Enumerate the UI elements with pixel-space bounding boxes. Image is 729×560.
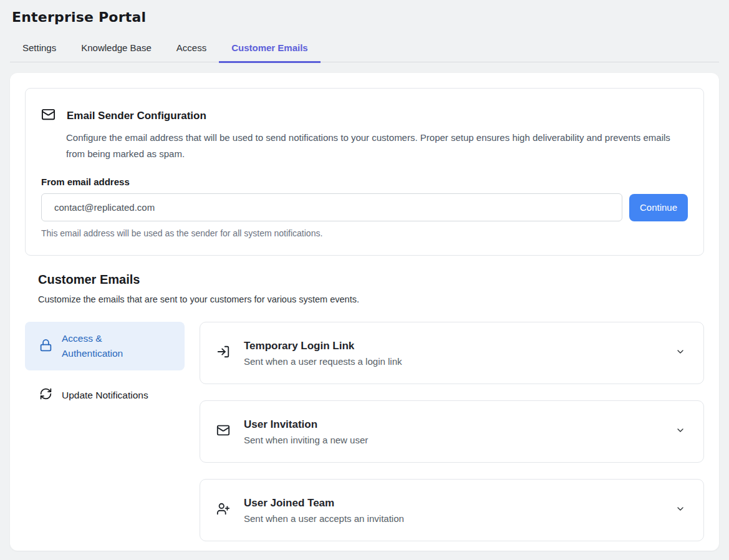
continue-button[interactable]: Continue	[629, 194, 688, 221]
email-card-user-invitation[interactable]: User Invitation Sent when inviting a new…	[200, 400, 704, 463]
chevron-down-icon[interactable]	[675, 347, 685, 359]
mail-icon	[216, 423, 230, 440]
customer-emails-section-header: Customer Emails Customize the emails tha…	[25, 273, 704, 304]
from-email-label: From email address	[41, 176, 688, 187]
email-card-description: Sent when a user accepts an invitation	[244, 513, 668, 524]
email-sender-card: Email Sender Configuration Configure the…	[25, 88, 704, 256]
email-card-user-joined-team[interactable]: User Joined Team Sent when a user accept…	[200, 479, 704, 541]
customer-emails-subtitle: Customize the emails that are sent to yo…	[38, 294, 704, 304]
email-sender-description: Configure the email address that will be…	[66, 130, 674, 162]
tab-access[interactable]: Access	[164, 39, 219, 63]
user-plus-icon	[216, 502, 230, 518]
lock-icon	[39, 339, 52, 354]
email-card-title: User Invitation	[244, 418, 668, 431]
email-card-description: Sent when inviting a new user	[244, 435, 668, 445]
tab-customer-emails[interactable]: Customer Emails	[219, 39, 321, 63]
category-label: Update Notifications	[62, 388, 148, 403]
email-sender-title: Email Sender Configuration	[67, 110, 206, 122]
category-access-authentication[interactable]: Access & Authentication	[25, 322, 185, 370]
refresh-icon	[39, 387, 52, 403]
category-update-notifications[interactable]: Update Notifications	[25, 387, 185, 403]
page-header: Enterprise Portal	[0, 0, 729, 25]
email-card-description: Sent when a user requests a login link	[244, 356, 668, 367]
email-card-temporary-login-link[interactable]: Temporary Login Link Sent when a user re…	[200, 322, 704, 384]
tab-settings[interactable]: Settings	[10, 39, 69, 63]
main-panel: Email Sender Configuration Configure the…	[10, 73, 719, 551]
category-label: Access & Authentication	[62, 331, 155, 361]
email-category-list: Access & Authentication Update Notificat…	[25, 322, 185, 541]
customer-emails-title: Customer Emails	[38, 273, 704, 287]
email-helper-text: This email address will be used as the s…	[41, 228, 688, 238]
email-card-title: Temporary Login Link	[244, 340, 668, 352]
from-email-input[interactable]	[41, 193, 622, 221]
chevron-down-icon[interactable]	[675, 504, 685, 516]
tab-bar: Settings Knowledge Base Access Customer …	[10, 39, 719, 62]
chevron-down-icon[interactable]	[675, 425, 685, 438]
page-title: Enterprise Portal	[12, 9, 717, 25]
tab-knowledge-base[interactable]: Knowledge Base	[69, 39, 164, 63]
login-icon	[216, 345, 230, 361]
email-card-title: User Joined Team	[244, 497, 668, 509]
email-template-list: Temporary Login Link Sent when a user re…	[200, 322, 704, 541]
mail-icon	[41, 107, 56, 124]
